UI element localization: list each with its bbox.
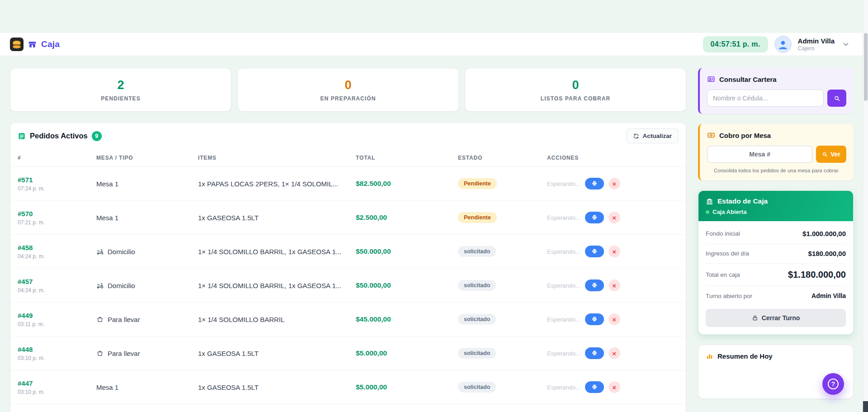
order-items: 1x GASEOSA 1.5LT: [198, 350, 356, 357]
scrollbar-bottom-arrow[interactable]: [863, 401, 868, 412]
column-total: TOTAL: [356, 155, 458, 161]
order-status-cell: solicitado: [458, 246, 547, 257]
waiting-label: Esperando...: [547, 248, 580, 255]
scrollbar-thumb[interactable]: [864, 33, 868, 101]
help-button[interactable]: ?: [822, 373, 844, 395]
status-badge: Pendiente: [458, 212, 497, 223]
close-shift-button[interactable]: Cerrar Turno: [706, 309, 846, 327]
bar-chart-icon: [706, 352, 713, 360]
clock-badge: 04:57:51 p. m.: [703, 36, 768, 52]
print-button[interactable]: [585, 279, 604, 291]
scooter-icon: [96, 248, 104, 256]
order-id[interactable]: #570: [18, 210, 96, 218]
cancel-order-button[interactable]: ×: [609, 178, 620, 189]
table-row[interactable]: #458 04:24 p. m. Domicilio 1× 1/4 SOLOMI…: [10, 235, 686, 269]
order-id[interactable]: #457: [18, 278, 96, 285]
cancel-order-button[interactable]: ×: [609, 246, 620, 257]
table-row[interactable]: #449 03:11 p. m. Para llevar 1× 1/4 SOLO…: [10, 303, 686, 336]
charge-caption: Consolida todos los pedidos de una mesa …: [707, 168, 846, 173]
chevron-down-icon[interactable]: [842, 40, 850, 48]
order-time: 03:10 p. m.: [18, 389, 96, 395]
table-row[interactable]: #448 03:10 p. m. Para llevar 1x GASEOSA …: [10, 336, 686, 370]
column-id: #: [18, 155, 96, 161]
refresh-button[interactable]: Actualizar: [626, 128, 679, 143]
waiting-label: Esperando...: [547, 282, 580, 289]
view-table-button[interactable]: Ver: [816, 146, 846, 163]
order-id-cell: #449 03:11 p. m.: [18, 312, 96, 327]
right-sidebar: Consultar Cartera Cobro p: [698, 68, 854, 399]
order-type-label: Mesa 1: [96, 180, 118, 188]
print-button[interactable]: [585, 313, 604, 325]
order-id[interactable]: #447: [18, 379, 96, 387]
wallet-card-title: Consultar Cartera: [719, 76, 777, 83]
table-row[interactable]: #457 04:24 p. m. Domicilio 1× 1/4 SOLOMI…: [10, 269, 686, 303]
table-row[interactable]: #447 03:10 p. m. Mesa 1 1x GASEOSA 1.5LT…: [10, 370, 686, 404]
order-type-cell: Para llevar: [96, 350, 198, 357]
cancel-order-button[interactable]: ×: [609, 279, 620, 291]
avatar[interactable]: [774, 36, 792, 53]
order-actions: Esperando... ×: [547, 212, 679, 223]
app-logo[interactable]: [10, 38, 24, 51]
order-items: 1x PAPAS LOCAS 2PERS, 1× 1/4 SOLOMIL...: [198, 180, 356, 188]
order-status-cell: solicitado: [458, 280, 547, 291]
wallet-search-button[interactable]: [827, 90, 846, 107]
order-time: 07:24 p. m.: [18, 185, 96, 192]
print-button[interactable]: [585, 246, 604, 257]
stat-card-listos: 0 LISTOS PARA COBRAR: [465, 68, 686, 112]
print-button[interactable]: [585, 212, 604, 223]
order-actions: Esperando... ×: [547, 279, 679, 291]
scrollbar[interactable]: [863, 0, 868, 412]
order-id-cell: #458 04:24 p. m.: [18, 244, 96, 260]
page-title: Caja: [41, 39, 60, 49]
summary-title-row: Resumen de Hoy: [706, 352, 846, 360]
row-value: Admin Villa: [811, 292, 846, 299]
stat-value: 0: [572, 78, 579, 92]
order-time: 07:21 p. m.: [18, 219, 96, 226]
table-row[interactable]: #571 07:24 p. m. Mesa 1 1x PAPAS LOCAS 2…: [10, 167, 686, 201]
row-label: Total en caja: [706, 271, 740, 278]
orders-title-wrap: Pedidos Activos 9: [18, 131, 102, 141]
refresh-icon: [633, 133, 639, 139]
cancel-order-button[interactable]: ×: [609, 381, 620, 393]
stat-label: EN PREPARACIÓN: [321, 95, 376, 102]
wallet-search-input[interactable]: [707, 90, 824, 107]
register-status-title: Estado de Caja: [717, 197, 768, 205]
row-value: $1.000.000,00: [802, 230, 846, 237]
column-actions: ACCIONES: [547, 155, 679, 161]
order-actions: Esperando... ×: [547, 313, 679, 325]
order-id[interactable]: #458: [18, 244, 96, 251]
column-type: MESA / TIPO: [96, 155, 198, 161]
bank-icon: [706, 198, 713, 205]
order-total: $45.000,00: [356, 315, 458, 323]
lock-icon: [752, 315, 758, 321]
order-status-cell: solicitado: [458, 314, 547, 325]
print-button[interactable]: [585, 381, 604, 393]
order-status-cell: solicitado: [458, 348, 547, 359]
orders-title: Pedidos Activos: [30, 132, 88, 140]
store-icon: [28, 40, 37, 49]
print-button[interactable]: [585, 178, 604, 189]
user-menu[interactable]: Admin Villa Cajero: [798, 37, 835, 52]
waiting-label: Esperando...: [547, 180, 580, 187]
cancel-order-button[interactable]: ×: [609, 212, 620, 223]
cancel-order-button[interactable]: ×: [609, 313, 620, 325]
order-id[interactable]: #571: [18, 176, 96, 184]
orders-card-header: Pedidos Activos 9 Actualizar: [10, 123, 686, 149]
order-id[interactable]: #448: [18, 346, 96, 353]
row-label: Ingresos del día: [706, 250, 749, 257]
order-id[interactable]: #449: [18, 312, 96, 319]
charge-card-title: Cobro por Mesa: [719, 132, 771, 139]
summary-card-title: Resumen de Hoy: [717, 352, 773, 360]
stats-row: 2 PENDIENTES 0 EN PREPARACIÓN 0 LISTOS P…: [10, 68, 686, 112]
order-status-cell: Pendiente: [458, 212, 547, 223]
cancel-order-button[interactable]: ×: [609, 347, 620, 359]
order-type-cell: Domicilio: [96, 282, 198, 289]
table-number-input[interactable]: [707, 146, 812, 163]
order-total: $5.000,00: [356, 349, 458, 357]
print-button[interactable]: [585, 347, 604, 359]
register-status-body: Fondo inicial $1.000.000,00 Ingresos del…: [698, 221, 853, 334]
table-row[interactable]: #570 07:21 p. m. Mesa 1 1x GASEOSA 1.5LT…: [10, 201, 686, 235]
register-status-card: Estado de Caja Caja Abierta Fondo inicia…: [698, 190, 854, 335]
app-header: Caja 04:57:51 p. m. Admin Villa Cajero: [0, 33, 868, 56]
id-card-icon: [707, 75, 715, 83]
